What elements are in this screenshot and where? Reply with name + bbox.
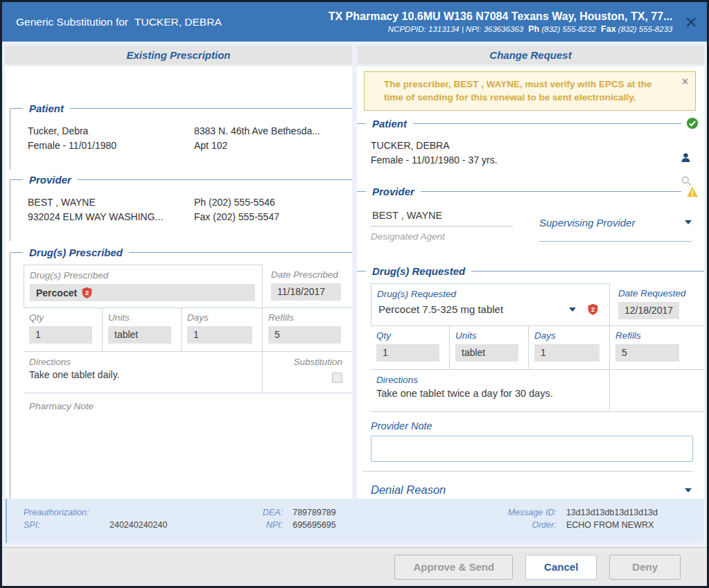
days-cell: Days 1 — [529, 326, 610, 369]
existing-patient-demographics: Female - 11/01/1980 — [28, 139, 194, 153]
existing-provider-address: 932024 ELM WAY WASHING... — [28, 210, 194, 224]
search-icon[interactable] — [681, 175, 692, 186]
drug-prescribed-label: Drug(s) Prescribed — [30, 270, 255, 280]
provider-note-label: Provider Note — [371, 420, 693, 431]
pharmacy-note-label: Pharmacy Note — [29, 401, 345, 411]
alert-close-icon[interactable]: × — [682, 75, 688, 88]
chevron-down-icon — [569, 308, 576, 312]
units-cell: Units tablet — [450, 326, 529, 369]
directions-cell: Directions Take one tablet twice a day f… — [371, 370, 610, 411]
supervising-provider-dropdown[interactable]: Supervising Provider — [539, 208, 692, 242]
drug-requested-label: Drug(s) Requested — [377, 289, 602, 299]
legend-line — [78, 179, 352, 180]
preauthorization-label: Preauthorization: — [24, 508, 100, 517]
legend-line — [421, 191, 681, 192]
units-field: tablet — [455, 344, 518, 362]
pharmacy-info: TX Pharmacy 10.6MU W136 N7084 Texans Way… — [329, 10, 673, 34]
drugs-prescribed-section: Drug(s) Prescribed Drug(s) Prescribed Pe… — [10, 247, 352, 499]
legend-line — [471, 271, 704, 271]
units-field: tablet — [108, 326, 171, 344]
days-field: 1 — [534, 344, 599, 362]
legend-line — [10, 179, 23, 180]
approve-send-button[interactable]: Approve & Send — [394, 555, 513, 580]
existing-prescription-panel: Existing Prescription Patient Tucker, De… — [5, 46, 352, 499]
request-patient-legend-row: Patient — [357, 117, 704, 130]
days-label: Days — [534, 330, 599, 341]
qty-label: Qty — [376, 330, 439, 341]
request-provider-section: Provider BEST , WAYNE Designated Agent S… — [357, 186, 704, 265]
substitution-cell: Substitution — [263, 352, 352, 393]
generic-substitution-dialog: Generic Substitution for TUCKER, DEBRA T… — [0, 0, 709, 588]
existing-provider-section: Provider BEST , WAYNE 932024 ELM WAY WAS… — [10, 174, 352, 241]
spi-label: SPI: — [24, 520, 100, 530]
drugs-prescribed-legend: Drug(s) Prescribed — [23, 247, 129, 258]
request-patient-legend: Patient — [366, 118, 413, 130]
refills-label: Refills — [615, 330, 694, 341]
patient-tools — [680, 152, 692, 186]
directions-label: Directions — [29, 357, 255, 367]
pharmacy-fax-label: Fax — [601, 24, 616, 34]
existing-patient-section: Patient Tucker, Debra Female - 11/01/198… — [10, 103, 352, 170]
drugs-requested-section: Drug(s) Requested Drug(s) Requested Perc… — [357, 265, 704, 499]
schedule-shield-icon: 2 — [588, 303, 598, 315]
cancel-button[interactable]: Cancel — [525, 555, 597, 580]
substitution-checkbox[interactable] — [332, 373, 342, 383]
dea-value: 789789789 — [292, 508, 336, 517]
provider-note-input[interactable] — [371, 436, 693, 462]
directions-row: Directions Take one tablet daily. Substi… — [24, 352, 352, 393]
qty-label: Qty — [29, 312, 92, 323]
drug-requested-dropdown[interactable]: Percocet 7.5-325 mg tablet 2 — [377, 299, 602, 317]
request-patient-demographics: Female - 11/01/1980 - 37 yrs. — [371, 153, 704, 168]
pharmacy-phone: (832) 555-8232 — [541, 25, 596, 33]
provider-name-input[interactable]: BEST , WAYNE — [371, 208, 513, 226]
existing-provider-info: BEST , WAYNE 932024 ELM WAY WASHING... P… — [10, 186, 352, 241]
drug-prescribed-cell: Drug(s) Prescribed Percocet 2 — [24, 265, 263, 308]
svg-text:2: 2 — [85, 289, 89, 296]
person-icon[interactable] — [680, 152, 692, 163]
directions-cell: Directions Take one tablet daily. — [24, 352, 263, 393]
date-prescribed-label: Date Prescribed — [271, 269, 342, 280]
units-label: Units — [108, 312, 171, 323]
date-requested-cell: Date Requested 12/18/2017 — [610, 283, 704, 326]
refills-cell: Refills 5 — [263, 308, 352, 351]
existing-provider-name: BEST , WAYNE — [28, 195, 194, 210]
drugs-prescribed-grid: Drug(s) Prescribed Percocet 2 Date Presc… — [24, 265, 352, 418]
footer-left-group: Preauthorization: SPI: 240240240240 — [24, 508, 263, 543]
legend-line — [10, 252, 23, 253]
directions-label: Directions — [376, 375, 602, 385]
legend-line — [70, 108, 352, 109]
qty-field: 1 — [376, 344, 439, 362]
change-request-title: Change Request — [489, 49, 571, 61]
legend-line — [357, 191, 366, 192]
message-id-value: 13d13d13db13d13d13d — [566, 508, 658, 517]
change-request-panel: Change Request The prescriber, BEST , WA… — [357, 46, 704, 499]
provider-warning-icon — [686, 186, 699, 197]
message-id-label: Message ID: — [508, 508, 557, 517]
supervising-provider-label: Supervising Provider — [539, 217, 685, 229]
drug-row: Drug(s) Requested Percocet 7.5-325 mg ta… — [371, 283, 704, 326]
order-label: Order: — [508, 520, 557, 530]
request-patient-name: TUCKER, DEBRA — [371, 139, 704, 153]
drug-requested-cell: Drug(s) Requested Percocet 7.5-325 mg ta… — [371, 283, 610, 326]
pharmacy-ids: NCPDPID: 1313134 | NPI: 363636363 Ph (83… — [329, 24, 673, 34]
existing-provider-fax: Fax (202) 555-5547 — [194, 210, 279, 224]
empty-cell — [610, 370, 704, 411]
existing-prescription-body: Patient Tucker, Debra Female - 11/01/198… — [5, 66, 352, 499]
section-border — [10, 109, 10, 170]
directions-text: Take one tablet twice a day for 30 days. — [376, 388, 602, 399]
denial-reason-dropdown[interactable]: Denial Reason — [371, 483, 692, 497]
drug-prescribed-name: Percocet — [36, 287, 77, 299]
request-provider-legend: Provider — [366, 186, 421, 197]
request-provider-info: BEST , WAYNE Designated Agent Supervisin… — [357, 197, 704, 265]
pharmacy-note-cell: Pharmacy Note — [24, 393, 352, 418]
footer-right-group: Message ID: 13d13d13db13d13d13d Order: E… — [508, 508, 658, 543]
drugs-requested-legend-row: Drug(s) Requested — [357, 265, 704, 277]
chevron-down-icon — [685, 488, 692, 492]
existing-prescription-titlebar: Existing Prescription — [5, 46, 352, 64]
deny-button[interactable]: Deny — [609, 555, 681, 580]
pharmacy-phone-label: Ph — [528, 24, 539, 34]
directions-text: Take one tablet daily. — [29, 369, 255, 380]
existing-provider-phone: Ph (202) 555-5546 — [194, 195, 279, 210]
existing-patient-legend: Patient — [23, 103, 70, 114]
close-icon[interactable]: × — [685, 12, 697, 32]
